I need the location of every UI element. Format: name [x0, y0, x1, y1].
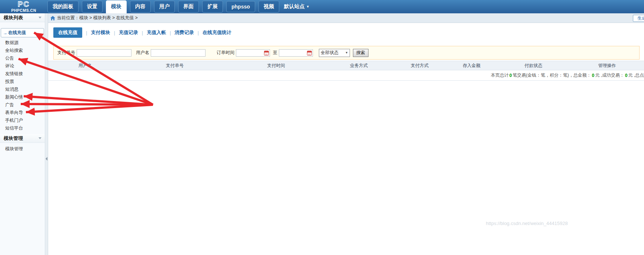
summary-success-amount: 0: [625, 73, 628, 78]
tab-separator: |: [170, 30, 171, 36]
col-pay-no: 支付单号: [122, 63, 228, 69]
order-time-start: 31: [236, 49, 270, 57]
username-input[interactable]: [151, 49, 206, 57]
breadcrumb-label: 当前位置：: [57, 15, 79, 20]
summary-text: 本页总计: [491, 72, 509, 78]
nav-item-video[interactable]: 视频: [258, 1, 279, 13]
tabs: 在线充值 | 支付模块 | 充值记录 | 充值入帐 | 消费记录 | 在线充值统…: [53, 27, 231, 38]
order-time-end: 31: [279, 49, 313, 57]
col-pay-method: 支付方式: [393, 63, 446, 69]
caret-down-icon: ▼: [345, 51, 348, 54]
sidebar-manage-list: 模块管理: [0, 145, 45, 153]
phpcms-logo-graphic: PC PHPCMS.CN: [3, 0, 44, 13]
sidebar: 模块列表 → 在线充值 数据源 全站搜索 公告 评论 友情链接 投票 短消息 新…: [0, 13, 45, 255]
chevron-down-icon: [39, 17, 41, 19]
col-payment-status: 付款状态: [497, 63, 570, 69]
sidebar-item-comments[interactable]: 评论: [0, 62, 45, 70]
main-content: 在线充值 | 支付模块 | 充值记录 | 充值入帐 | 消费记录 | 在线充值统…: [48, 23, 644, 255]
col-pay-time: 支付时间: [227, 63, 324, 69]
calendar-icon[interactable]: 31: [264, 51, 269, 56]
search-button[interactable]: 搜索: [353, 49, 368, 57]
status-select-value: 全部状态: [321, 50, 338, 56]
table-header-row: 用户名 支付单号 支付时间 业务方式 支付方式 存入金额 付款状态 管理操作: [48, 61, 644, 70]
svg-text:PHPCMS.CN: PHPCMS.CN: [11, 8, 36, 13]
svg-text:PC: PC: [18, 0, 30, 8]
sidebar-section-title: 模块列表: [4, 14, 23, 21]
main-nav: 我的面板 设置 模块 内容 用户 界面 扩展 phpsso 视频 默认站点 ▼: [47, 0, 310, 13]
summary-text: 笔交易(金钱：笔，积分：笔)，总金额：: [513, 72, 591, 78]
sidebar-section-module-list[interactable]: 模块列表: [0, 13, 45, 22]
arrow-right-icon: →: [3, 30, 7, 36]
nav-item-content[interactable]: 内容: [130, 1, 151, 13]
phpcms-logo[interactable]: PC PHPCMS.CN: [0, 0, 47, 13]
tab-separator: |: [198, 30, 199, 36]
summary-row: 本页总计 0 笔交易(金钱：笔，积分：笔)，总金额： 0 元 ,成功交易： 0 …: [48, 70, 644, 81]
nav-item-users[interactable]: 用户: [154, 1, 175, 13]
sidebar-item-news-mood[interactable]: 新闻心情: [0, 93, 45, 101]
sidebar-module-list: 数据源 全站搜索 公告 评论 友情链接 投票 短消息 新闻心情 广告 表单向导 …: [0, 39, 45, 132]
status-select[interactable]: 全部状态 ▼: [319, 49, 350, 57]
sidebar-item-vote[interactable]: 投票: [0, 78, 45, 85]
site-switcher[interactable]: 默认站点 ▼: [284, 3, 310, 10]
pay-no-label: 支付单号: [57, 50, 75, 56]
sidebar-item-sms-platform[interactable]: 短信平台: [0, 124, 45, 132]
summary-text: 元 ,总点: [628, 72, 644, 78]
sidebar-item-online-recharge[interactable]: → 在线充值: [1, 28, 44, 37]
sidebar-item-site-search[interactable]: 全站搜索: [0, 47, 45, 54]
order-time-label: 订单时间: [217, 50, 234, 56]
calendar-icon[interactable]: 31: [307, 51, 312, 56]
sidebar-item-friend-links[interactable]: 友情链接: [0, 70, 45, 78]
sidebar-item-ads[interactable]: 广告: [0, 101, 45, 109]
nav-item-extend[interactable]: 扩展: [202, 1, 223, 13]
search-form: 支付单号 用户名 订单时间 31 至 31 全部状态 ▼ 搜索: [53, 46, 640, 60]
sidebar-item-label: 在线充值: [8, 30, 26, 36]
nav-item-phpsso[interactable]: phpsso: [226, 1, 255, 12]
sidebar-item-datasource[interactable]: 数据源: [0, 39, 45, 47]
sidebar-item-short-message[interactable]: 短消息: [0, 85, 45, 93]
topbar: PC PHPCMS.CN 我的面板 设置 模块 内容 用户 界面 扩展 phps…: [0, 0, 644, 13]
breadcrumb[interactable]: 当前位置：模块 > 模块列表 > 在线充值 >: [57, 15, 138, 21]
nav-item-interface[interactable]: 界面: [178, 1, 199, 13]
sidebar-section-title: 模块管理: [4, 135, 23, 142]
nav-item-settings[interactable]: 设置: [82, 1, 103, 13]
col-manage-actions: 管理操作: [570, 63, 644, 69]
watermark: https://blog.csdn.net/weixin_44415928: [486, 221, 568, 226]
tab-recharge-stats[interactable]: 在线充值统计: [203, 29, 231, 36]
tab-pay-module[interactable]: 支付模块: [91, 29, 110, 36]
generate-button[interactable]: 生成: [633, 15, 644, 22]
site-switcher-label: 默认站点: [284, 3, 305, 10]
tab-separator: |: [86, 30, 87, 36]
nav-item-my-panel[interactable]: 我的面板: [47, 1, 79, 13]
sidebar-item-mobile-portal[interactable]: 手机门户: [0, 117, 45, 124]
username-label: 用户名: [136, 50, 149, 56]
nav-item-modules[interactable]: 模块: [106, 0, 127, 13]
sidebar-item-announcement[interactable]: 公告: [0, 54, 45, 62]
tab-recharge-records[interactable]: 充值记录: [119, 29, 138, 36]
tab-consume-records[interactable]: 消费记录: [175, 29, 194, 36]
chevron-down-icon: [39, 137, 41, 139]
to-label: 至: [273, 50, 277, 56]
tab-separator: |: [142, 30, 143, 36]
pay-no-input[interactable]: [77, 49, 131, 57]
tab-separator: |: [114, 30, 115, 36]
summary-total-amount: 0: [592, 73, 594, 78]
col-business-type: 业务方式: [325, 63, 393, 69]
home-icon: [50, 16, 55, 20]
breadcrumb-path[interactable]: 模块 > 模块列表 > 在线充值 >: [79, 15, 138, 20]
sidebar-splitter[interactable]: [45, 13, 48, 255]
col-deposit-amount: 存入金额: [446, 63, 497, 69]
collapse-left-icon[interactable]: [46, 157, 47, 161]
caret-down-icon: ▼: [306, 5, 310, 9]
sidebar-section-module-manage[interactable]: 模块管理: [0, 134, 45, 143]
sidebar-item-form-wizard[interactable]: 表单向导: [0, 109, 45, 117]
summary-count: 0: [510, 73, 512, 78]
breadcrumb-bar: 当前位置：模块 > 模块列表 > 在线充值 > 生成: [48, 13, 644, 23]
tab-online-recharge[interactable]: 在线充值: [53, 27, 82, 38]
tab-recharge-credit[interactable]: 充值入帐: [147, 29, 166, 36]
sidebar-item-module-manage[interactable]: 模块管理: [0, 145, 45, 153]
col-username: 用户名: [48, 63, 122, 69]
summary-text: 元 ,成功交易：: [595, 72, 624, 78]
